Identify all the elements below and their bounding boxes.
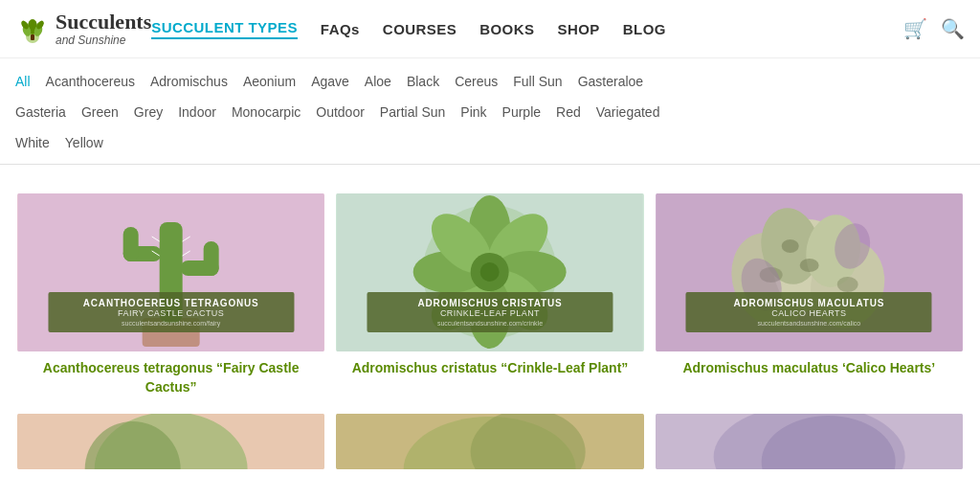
filter-yellow[interactable]: Yellow (65, 135, 103, 150)
plant-label-cristatus: ADROMISCHUS CRISTATUS CRINKLE-LEAF PLANT… (367, 292, 612, 332)
filter-black[interactable]: Black (407, 74, 439, 89)
nav-succulent-types[interactable]: SUCCULENT TYPES (151, 19, 298, 39)
nav-blog[interactable]: BLOG (623, 21, 666, 37)
filter-red[interactable]: Red (556, 104, 581, 120)
nav-books[interactable]: BOOKS (479, 21, 534, 37)
filter-white[interactable]: White (15, 135, 50, 150)
search-icon[interactable]: 🔍 (941, 17, 965, 40)
plant-title-acanthocereus: Acanthocereus tetragonus “Fairy Castle C… (17, 359, 324, 396)
filter-indoor[interactable]: Indoor (178, 104, 216, 120)
plant-label-acanthocereus: ACANTHOCEREUS TETRAGONUS FAIRY CASTLE CA… (48, 292, 294, 332)
filter-all[interactable]: All (15, 74, 31, 89)
cart-icon[interactable]: 🛒 (903, 17, 927, 40)
nav-courses[interactable]: COURSES (383, 21, 457, 37)
plant-grid: ACANTHOCEREUS TETRAGONUS FAIRY CASTLE CA… (0, 176, 980, 402)
plant-card-row2-center[interactable] (330, 408, 649, 475)
logo-icon (15, 10, 50, 44)
filter-agave[interactable]: Agave (311, 74, 349, 89)
filter-adromischus[interactable]: Adromischus (150, 74, 228, 89)
logo[interactable]: Succulents and Sunshine (15, 10, 151, 48)
svg-point-38 (836, 277, 858, 292)
plant-title-cristatus: Adromischus cristatus “Crinkle-Leaf Plan… (336, 359, 643, 378)
plant-image-acanthocereus: ACANTHOCEREUS TETRAGONUS FAIRY CASTLE CA… (17, 193, 324, 351)
filter-acanthocereus[interactable]: Acanthocereus (46, 74, 135, 89)
filter-monocarpic[interactable]: Monocarpic (232, 104, 301, 120)
filter-bar: AllAcanthocereusAdromischusAeoniumAgaveA… (0, 58, 980, 165)
plant-card-cristatus[interactable]: ADROMISCHUS CRISTATUS CRINKLE-LEAF PLANT… (330, 188, 649, 402)
filter-gasteraloe[interactable]: Gasteraloe (578, 74, 643, 89)
svg-rect-13 (204, 241, 219, 276)
filter-green[interactable]: Green (81, 104, 119, 120)
plant-grid-row2 (0, 408, 980, 475)
plant-label-maculatus: ADROMISCHUS MACULATUS CALICO HEARTS succ… (686, 292, 932, 332)
logo-text-top: Succulents (56, 11, 151, 34)
svg-point-39 (781, 239, 798, 253)
filter-aloe[interactable]: Aloe (365, 74, 391, 89)
row2-right-svg (656, 414, 963, 469)
logo-text-bottom: and Sunshine (56, 34, 151, 47)
svg-point-37 (799, 259, 818, 272)
filter-partial-sun[interactable]: Partial Sun (380, 104, 445, 120)
filter-aeonium[interactable]: Aeonium (243, 74, 296, 89)
header-icons: 🛒 🔍 (903, 17, 965, 40)
row2-left-svg (17, 414, 324, 469)
filter-grey[interactable]: Grey (134, 104, 163, 120)
filter-full-sun[interactable]: Full Sun (513, 74, 562, 89)
svg-rect-6 (31, 34, 34, 40)
filter-variegated[interactable]: Variegated (596, 104, 660, 120)
plant-image-row2-right (656, 414, 963, 469)
plant-card-row2-left[interactable] (11, 408, 330, 475)
plant-image-maculatus: ADROMISCHUS MACULATUS CALICO HEARTS succ… (656, 193, 963, 351)
nav-shop[interactable]: SHOP (557, 21, 599, 37)
plant-card-maculatus[interactable]: ADROMISCHUS MACULATUS CALICO HEARTS succ… (650, 188, 969, 402)
main-nav: SUCCULENT TYPES FAQs COURSES BOOKS SHOP … (151, 19, 903, 39)
filter-purple[interactable]: Purple (502, 104, 541, 120)
plant-image-cristatus: ADROMISCHUS CRISTATUS CRINKLE-LEAF PLANT… (336, 193, 643, 351)
filter-cereus[interactable]: Cereus (455, 74, 498, 89)
svg-rect-11 (123, 227, 139, 261)
filter-pink[interactable]: Pink (460, 104, 486, 120)
plant-title-maculatus: Adromischus maculatus ‘Calico Hearts’ (656, 359, 963, 378)
svg-point-29 (480, 262, 500, 282)
plant-image-row2-left (17, 414, 324, 469)
filter-gasteria[interactable]: Gasteria (15, 104, 66, 120)
header: Succulents and Sunshine SUCCULENT TYPES … (0, 0, 980, 58)
filter-outdoor[interactable]: Outdoor (316, 104, 365, 120)
row2-center-svg (336, 414, 643, 469)
nav-faqs[interactable]: FAQs (321, 21, 360, 37)
plant-card-acanthocereus[interactable]: ACANTHOCEREUS TETRAGONUS FAIRY CASTLE CA… (11, 188, 330, 402)
svg-point-47 (471, 414, 586, 469)
plant-image-row2-center (336, 414, 643, 469)
plant-card-row2-right[interactable] (650, 408, 969, 475)
